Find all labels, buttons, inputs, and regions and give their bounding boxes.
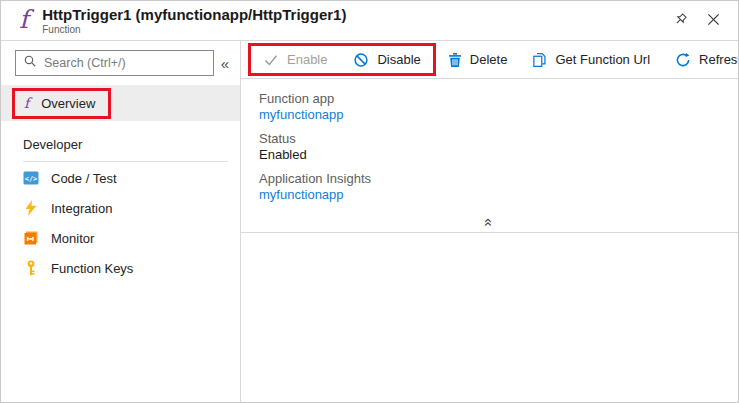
check-icon	[263, 52, 279, 68]
enable-button[interactable]: Enable	[263, 52, 327, 68]
close-icon	[707, 13, 720, 29]
field-application-insights: Application Insights myfunctionapp	[259, 171, 738, 202]
empty-content-area	[241, 233, 738, 402]
delete-button[interactable]: Delete	[448, 52, 508, 68]
essentials-collapse-row: «	[241, 213, 738, 233]
blade-header: f HttpTrigger1 (myfunctionapp/HttpTrigge…	[1, 1, 738, 41]
trash-icon	[448, 52, 462, 68]
refresh-button[interactable]: Refresh	[675, 52, 739, 68]
function-f-icon: f	[24, 96, 29, 110]
enable-label: Enable	[287, 52, 327, 67]
sidebar-item-label: Code / Test	[51, 171, 117, 186]
refresh-label: Refresh	[699, 52, 739, 67]
sidebar-item-label: Monitor	[51, 231, 94, 246]
block-icon	[353, 52, 369, 68]
lightning-icon	[23, 200, 39, 216]
disable-label: Disable	[377, 52, 420, 67]
sidebar-item-monitor[interactable]: Monitor	[1, 223, 240, 253]
sidebar-item-overview[interactable]: f Overview	[1, 85, 240, 121]
field-label: Application Insights	[259, 171, 738, 186]
toolbar: Enable Disable	[241, 41, 738, 79]
status-value: Enabled	[259, 147, 738, 162]
header-actions	[671, 10, 726, 32]
title-block: HttpTrigger1 (myfunctionapp/HttpTrigger1…	[42, 6, 671, 35]
sidebar-item-label: Integration	[51, 201, 112, 216]
annotation-box-enable-disable: Enable Disable	[248, 43, 436, 76]
search-icon	[23, 54, 37, 72]
section-divider	[23, 161, 228, 162]
sidebar: « f Overview Developer </> Code / Test	[1, 41, 241, 402]
pin-button[interactable]	[671, 10, 690, 32]
sidebar-item-code-test[interactable]: </> Code / Test	[1, 163, 240, 193]
chevron-double-up-icon[interactable]: «	[482, 218, 497, 226]
field-status: Status Enabled	[259, 131, 738, 162]
get-function-url-button[interactable]: Get Function Url	[532, 52, 650, 68]
field-label: Function app	[259, 91, 738, 106]
page-subtitle: Function	[42, 24, 671, 35]
sidebar-item-label: Function Keys	[51, 261, 133, 276]
monitor-icon	[23, 230, 39, 246]
get-function-url-label: Get Function Url	[555, 52, 650, 67]
page-title: HttpTrigger1 (myfunctionapp/HttpTrigger1…	[42, 6, 671, 23]
copy-link-icon	[532, 52, 547, 68]
disable-button[interactable]: Disable	[353, 52, 420, 68]
delete-label: Delete	[470, 52, 508, 67]
overview-essentials: Function app myfunctionapp Status Enable…	[241, 79, 738, 211]
svg-text:</>: </>	[25, 175, 38, 183]
search-input[interactable]	[44, 56, 206, 70]
sidebar-collapse-icon[interactable]: «	[214, 55, 236, 72]
close-button[interactable]	[705, 11, 722, 31]
field-label: Status	[259, 131, 738, 146]
sidebar-item-function-keys[interactable]: Function Keys	[1, 253, 240, 283]
function-app-link[interactable]: myfunctionapp	[259, 107, 738, 122]
sidebar-item-label: Overview	[41, 96, 95, 111]
field-function-app: Function app myfunctionapp	[259, 91, 738, 122]
main-pane: Enable Disable	[241, 41, 738, 402]
search-row: «	[15, 50, 236, 76]
sidebar-item-integration[interactable]: Integration	[1, 193, 240, 223]
annotation-box-overview: f Overview	[12, 88, 111, 119]
key-icon	[23, 260, 39, 276]
refresh-icon	[675, 52, 691, 68]
sidebar-section-developer: Developer	[23, 137, 240, 152]
function-blade: f HttpTrigger1 (myfunctionapp/HttpTrigge…	[0, 0, 739, 403]
code-icon: </>	[23, 170, 39, 186]
function-f-icon: f	[19, 7, 28, 32]
pin-icon	[673, 12, 688, 30]
application-insights-link[interactable]: myfunctionapp	[259, 187, 738, 202]
search-box[interactable]	[15, 50, 214, 76]
